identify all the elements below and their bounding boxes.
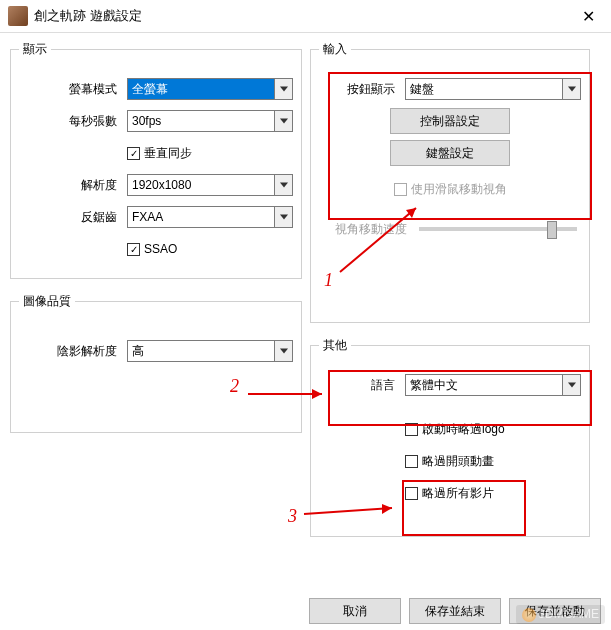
language-label: 語言 xyxy=(319,377,405,394)
input-group: 輸入 按鈕顯示 鍵盤 控制器設定 鍵盤設定 使用滑鼠移動視角 視角移動速度 xyxy=(310,41,590,323)
ssao-checkbox[interactable]: ✓SSAO xyxy=(127,242,177,256)
quality-legend: 圖像品質 xyxy=(19,293,75,310)
chevron-down-icon xyxy=(274,175,292,195)
chevron-down-icon xyxy=(562,375,580,395)
other-legend: 其他 xyxy=(319,337,351,354)
skip-videos-checkbox[interactable]: 略過所有影片 xyxy=(405,485,494,502)
vsync-checkbox[interactable]: ✓垂直同步 xyxy=(127,145,192,162)
shadow-select[interactable]: 高 xyxy=(127,340,293,362)
slider-thumb[interactable] xyxy=(547,221,557,239)
mouse-look-checkbox[interactable]: 使用滑鼠移動視角 xyxy=(394,181,507,198)
cancel-button[interactable]: 取消 xyxy=(309,598,401,624)
resolution-label: 解析度 xyxy=(19,177,127,194)
shadow-label: 陰影解析度 xyxy=(19,343,127,360)
display-group: 顯示 螢幕模式 全螢幕 每秒張數 30fps ✓垂直同步 解析度 1920x10… xyxy=(10,41,302,279)
view-speed-slider[interactable] xyxy=(419,227,577,231)
screen-mode-select[interactable]: 全螢幕 xyxy=(127,78,293,100)
keyboard-settings-button[interactable]: 鍵盤設定 xyxy=(390,140,510,166)
button-display-label: 按鈕顯示 xyxy=(319,81,405,98)
aa-label: 反鋸齒 xyxy=(19,209,127,226)
save-exit-button[interactable]: 保存並結束 xyxy=(409,598,501,624)
quality-group: 圖像品質 陰影解析度 高 xyxy=(10,293,302,433)
screen-mode-label: 螢幕模式 xyxy=(19,81,127,98)
other-group: 其他 語言 繁體中文 啟動時略過logo 略過開頭動畫 略過所有影片 xyxy=(310,337,590,537)
resolution-select[interactable]: 1920x1080 xyxy=(127,174,293,196)
chevron-down-icon xyxy=(274,341,292,361)
chevron-down-icon xyxy=(274,207,292,227)
skip-logo-checkbox[interactable]: 啟動時略過logo xyxy=(405,421,505,438)
fps-select[interactable]: 30fps xyxy=(127,110,293,132)
fps-label: 每秒張數 xyxy=(19,113,127,130)
app-icon xyxy=(8,6,28,26)
view-speed-label: 視角移動速度 xyxy=(319,221,415,238)
language-select[interactable]: 繁體中文 xyxy=(405,374,581,396)
display-legend: 顯示 xyxy=(19,41,51,58)
chevron-down-icon xyxy=(562,79,580,99)
controller-settings-button[interactable]: 控制器設定 xyxy=(390,108,510,134)
aa-select[interactable]: FXAA xyxy=(127,206,293,228)
chevron-down-icon xyxy=(274,79,292,99)
skip-opening-checkbox[interactable]: 略過開頭動畫 xyxy=(405,453,494,470)
titlebar: 創之軌跡 遊戲設定 ✕ xyxy=(0,0,611,33)
window-title: 創之軌跡 遊戲設定 xyxy=(34,7,574,25)
close-button[interactable]: ✕ xyxy=(574,7,603,26)
footer: 取消 保存並結束 保存並啟動 xyxy=(309,598,601,624)
save-launch-button[interactable]: 保存並啟動 xyxy=(509,598,601,624)
button-display-select[interactable]: 鍵盤 xyxy=(405,78,581,100)
chevron-down-icon xyxy=(274,111,292,131)
input-legend: 輸入 xyxy=(319,41,351,58)
